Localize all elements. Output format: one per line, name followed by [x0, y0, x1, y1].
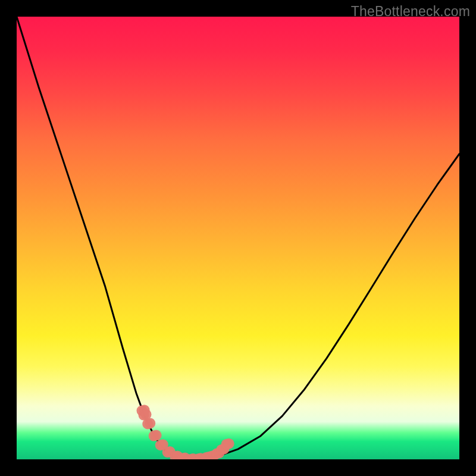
chart-frame: TheBottleneck.com	[0, 0, 476, 476]
watermark-text: TheBottleneck.com	[351, 4, 470, 20]
chart-plot-area	[17, 17, 459, 459]
curve-path	[17, 17, 459, 459]
valley-marker	[145, 418, 155, 428]
bottleneck-curve	[17, 17, 459, 459]
valley-marker	[224, 439, 234, 449]
valley-marker	[151, 430, 162, 441]
